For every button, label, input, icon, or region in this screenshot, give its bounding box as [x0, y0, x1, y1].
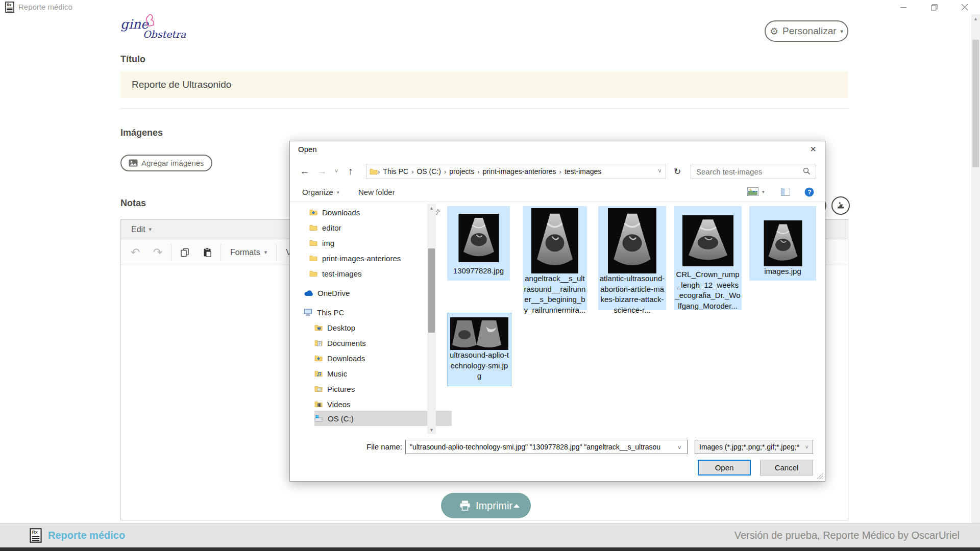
redo-button[interactable]: ↷ — [146, 243, 169, 262]
sidebar-label: Documents — [327, 339, 366, 347]
gineobstetra-logo: gine Obstetra — [119, 12, 186, 41]
main-scrollbar[interactable]: ▲ ▼ — [971, 14, 980, 547]
breadcrumb-projects[interactable]: projects — [446, 167, 477, 176]
breadcrumb-test-images[interactable]: test-images — [561, 167, 604, 176]
file-tile-atlantic[interactable]: atlantic-ultrasound-abortion-article-mak… — [598, 206, 666, 310]
back-button[interactable]: ← — [297, 164, 312, 179]
notes-action-button-2[interactable] — [831, 196, 850, 215]
app-rx-icon: Rx — [5, 2, 14, 13]
file-tile-angeltrack[interactable]: angeltrack__s_ultrasound__railrunner__s_… — [523, 206, 587, 310]
sidebar-item-this-pc[interactable]: This PC — [304, 305, 436, 320]
file-type-select[interactable]: Images (*.jpg;*.png;*.gif;*.jpeg;* ˅ — [695, 440, 813, 454]
print-button[interactable]: Imprimir — [441, 493, 531, 518]
minimize-button[interactable] — [891, 0, 916, 14]
close-window-button[interactable] — [952, 0, 977, 14]
help-button[interactable]: ? — [804, 187, 814, 197]
file-tile-ultrasound-aplio[interactable]: ultrasound-aplio-technology-smi.jpg — [447, 313, 511, 386]
thumbnails-view-icon — [747, 187, 758, 196]
up-button[interactable]: ↑ — [343, 164, 358, 179]
resize-grip[interactable] — [817, 473, 823, 479]
ultrasound-thumbnail — [608, 208, 656, 273]
svg-text:Obstetra: Obstetra — [143, 29, 186, 40]
videos-folder-icon — [314, 400, 323, 408]
forward-button[interactable]: → — [314, 164, 330, 179]
file-name-input[interactable] — [405, 440, 688, 454]
folder-icon — [309, 269, 317, 278]
undo-button[interactable]: ↶ — [124, 243, 146, 262]
ultrasound-thumbnail — [531, 208, 578, 273]
images-section-heading: Imágenes — [120, 128, 163, 138]
add-images-button[interactable]: Agregar imágenes — [120, 155, 212, 171]
paste-button[interactable] — [196, 243, 218, 262]
sidebar-item-test-images[interactable]: test-images — [309, 266, 442, 281]
cancel-button[interactable]: Cancel — [760, 460, 813, 475]
file-name-label: angeltrack__s_ultrasound__railrunner__s_… — [523, 273, 587, 315]
export-icon — [836, 201, 845, 210]
sidebar-label: OS (C:) — [328, 414, 354, 423]
sidebar-label: OneDrive — [317, 289, 350, 297]
scroll-up-arrow[interactable]: ▲ — [971, 14, 980, 23]
sidebar-scrollbar[interactable]: ▲ ▼ — [427, 204, 436, 434]
dialog-title: Open — [298, 145, 317, 154]
sidebar-item-editor[interactable]: editor — [309, 220, 442, 235]
chevron-down-icon: ▾ — [762, 189, 765, 194]
file-name-label: CRL_Crown_rump_lengh_12_weeks_ecografia_… — [674, 269, 742, 311]
scroll-up-arrow[interactable]: ▲ — [427, 204, 436, 212]
preview-pane-button[interactable] — [781, 188, 790, 196]
edit-menu-label: Edit — [131, 225, 145, 234]
footer-version-text: Versión de prueba, Reporte Médico by Osc… — [734, 530, 960, 541]
sidebar-item-onedrive[interactable]: OneDrive — [304, 285, 436, 300]
organize-button[interactable]: Organize ▾ — [302, 188, 339, 196]
breadcrumb-print-images-anteriores[interactable]: print-images-anteriores — [480, 167, 559, 176]
sidebar-label: print-images-anteriores — [322, 254, 401, 263]
breadcrumb-this-pc[interactable]: This PC — [380, 167, 411, 176]
search-input[interactable] — [691, 164, 816, 179]
main-scrollbar-thumb[interactable] — [972, 40, 979, 167]
printer-icon — [459, 500, 471, 511]
sidebar-scrollbar-thumb[interactable] — [428, 248, 435, 333]
refresh-button[interactable]: ↻ — [670, 164, 685, 179]
file-tile-130977828[interactable]: 130977828.jpg — [447, 206, 510, 281]
window-title: Reporte médico — [18, 3, 72, 11]
print-label: Imprimir — [476, 500, 512, 512]
search-icon — [803, 167, 811, 175]
new-folder-button[interactable]: New folder — [358, 188, 395, 196]
title-section-heading: Título — [120, 54, 145, 65]
toolbar-divider — [290, 202, 825, 202]
footer-brand-link[interactable]: Reporte médico — [48, 530, 125, 541]
address-dropdown-icon[interactable]: ˅ — [658, 168, 666, 175]
personalize-button[interactable]: ⚙ Personalizar ▾ — [765, 20, 848, 42]
drive-icon — [314, 414, 323, 422]
file-tile-crl-crown[interactable]: CRL_Crown_rump_lengh_12_weeks_ecografia_… — [674, 206, 742, 310]
report-title-input[interactable] — [120, 71, 848, 98]
dialog-command-bar: Organize ▾ New folder ▾ ? — [290, 184, 825, 202]
svg-text:Rx: Rx — [7, 3, 12, 7]
folder-icon — [309, 223, 317, 232]
file-name-field-label: File name: — [351, 442, 402, 451]
edit-menu[interactable]: Edit ▾ — [124, 225, 159, 234]
svg-text:?: ? — [807, 189, 811, 196]
chevron-up-icon — [513, 504, 520, 508]
formats-button[interactable]: Formats ▾ — [223, 248, 274, 257]
view-mode-button[interactable]: ▾ — [747, 187, 765, 196]
sidebar-label: test-images — [322, 269, 362, 278]
copy-icon — [180, 248, 189, 257]
open-button[interactable]: Open — [698, 460, 751, 475]
breadcrumb-os-c[interactable]: OS (C:) — [413, 167, 444, 176]
new-folder-label: New folder — [358, 188, 395, 196]
restore-button[interactable] — [921, 0, 947, 14]
file-name-label: atlantic-ultrasound-abortion-article-mak… — [598, 273, 666, 315]
address-bar[interactable]: › This PC › OS (C:) › projects › print-i… — [366, 164, 666, 179]
file-tile-images[interactable]: images.jpg — [749, 206, 816, 281]
pictures-folder-icon — [314, 385, 323, 393]
sidebar-item-img[interactable]: img — [309, 235, 442, 251]
dialog-close-button[interactable]: × — [805, 142, 821, 156]
sidebar-label: Desktop — [327, 323, 355, 332]
recent-locations-button[interactable]: ˅ — [331, 164, 342, 179]
sidebar-item-downloads-quick[interactable]: Downloads — [309, 205, 442, 220]
copy-button[interactable] — [174, 243, 196, 262]
open-file-dialog: Open × ← → ˅ ↑ › This PC › OS (C:) › pro… — [289, 141, 825, 482]
ultrasound-thumbnail — [454, 214, 503, 262]
sidebar-item-print-images-anteriores[interactable]: print-images-anteriores — [309, 251, 442, 266]
scroll-down-arrow[interactable]: ▼ — [427, 425, 436, 434]
